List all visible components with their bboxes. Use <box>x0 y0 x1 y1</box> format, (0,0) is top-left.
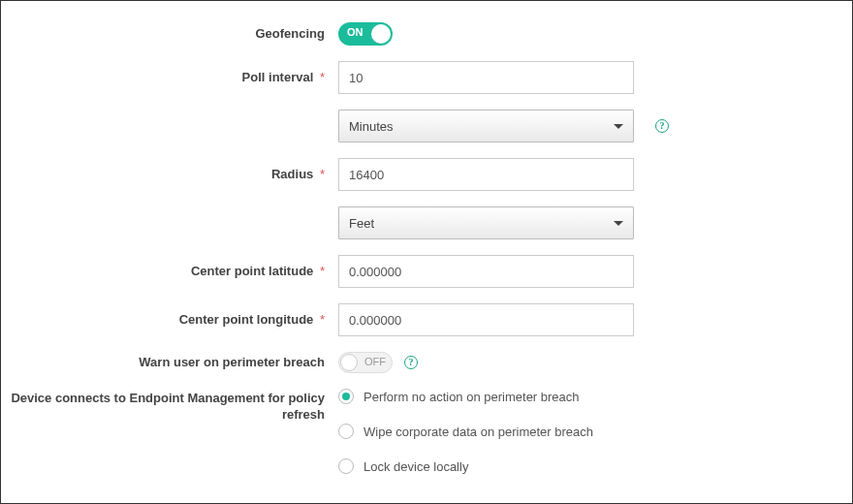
label-policy-refresh: Device connects to Endpoint Management f… <box>1 389 338 424</box>
row-poll-interval-unit: Minutes ? <box>1 110 852 142</box>
label-geofencing: Geofencing <box>1 26 338 43</box>
radio-label-wipe: Wipe corporate data on perimeter breach <box>363 425 593 439</box>
longitude-input[interactable] <box>338 303 634 336</box>
row-radius: Radius * <box>1 158 852 191</box>
label-warn-breach: Warn user on perimeter breach <box>1 355 338 371</box>
radio-label-lock: Lock device locally <box>363 459 468 474</box>
radius-unit-select[interactable]: Feet <box>338 206 634 239</box>
row-radius-unit: Feet <box>1 206 852 239</box>
row-longitude: Center point longitude * <box>1 303 852 336</box>
label-poll-interval: Poll interval <box>242 70 314 84</box>
row-poll-interval: Poll interval * <box>1 61 852 94</box>
help-icon[interactable]: ? <box>655 119 669 133</box>
radio-icon <box>338 458 354 474</box>
row-warn-breach: Warn user on perimeter breach OFF ? <box>1 352 852 373</box>
geofencing-settings-panel: Geofencing ON Poll interval * Minutes ? <box>0 0 853 504</box>
radio-option-no-action[interactable]: Perform no action on perimeter breach <box>338 389 593 404</box>
radius-input[interactable] <box>338 158 634 191</box>
poll-interval-unit-value: Minutes <box>349 119 394 134</box>
chevron-down-icon <box>614 124 623 129</box>
geofencing-toggle[interactable]: ON <box>338 22 393 46</box>
radius-unit-value: Feet <box>349 216 374 231</box>
required-marker: * <box>320 312 325 327</box>
toggle-knob <box>371 24 391 44</box>
required-marker: * <box>320 167 325 181</box>
help-icon[interactable]: ? <box>404 356 418 369</box>
required-marker: * <box>320 70 325 84</box>
toggle-off-text: OFF <box>364 356 386 367</box>
warn-breach-toggle[interactable]: OFF <box>338 352 393 373</box>
toggle-on-text: ON <box>347 26 363 38</box>
row-latitude: Center point latitude * <box>1 255 852 288</box>
poll-interval-unit-select[interactable]: Minutes <box>338 110 634 142</box>
label-longitude: Center point longitude <box>179 312 314 327</box>
row-geofencing: Geofencing ON <box>1 22 852 46</box>
required-marker: * <box>320 264 325 278</box>
toggle-knob <box>340 354 358 371</box>
radio-option-lock[interactable]: Lock device locally <box>338 458 593 474</box>
chevron-down-icon <box>614 221 623 226</box>
latitude-input[interactable] <box>338 255 634 288</box>
row-policy-refresh: Device connects to Endpoint Management f… <box>1 389 852 474</box>
poll-interval-input[interactable] <box>338 61 634 94</box>
radio-option-wipe[interactable]: Wipe corporate data on perimeter breach <box>338 424 593 439</box>
radio-label-no-action: Perform no action on perimeter breach <box>363 390 580 404</box>
label-radius: Radius <box>271 167 313 181</box>
radio-icon <box>338 389 354 404</box>
label-latitude: Center point latitude <box>191 264 313 278</box>
radio-icon <box>338 424 354 439</box>
